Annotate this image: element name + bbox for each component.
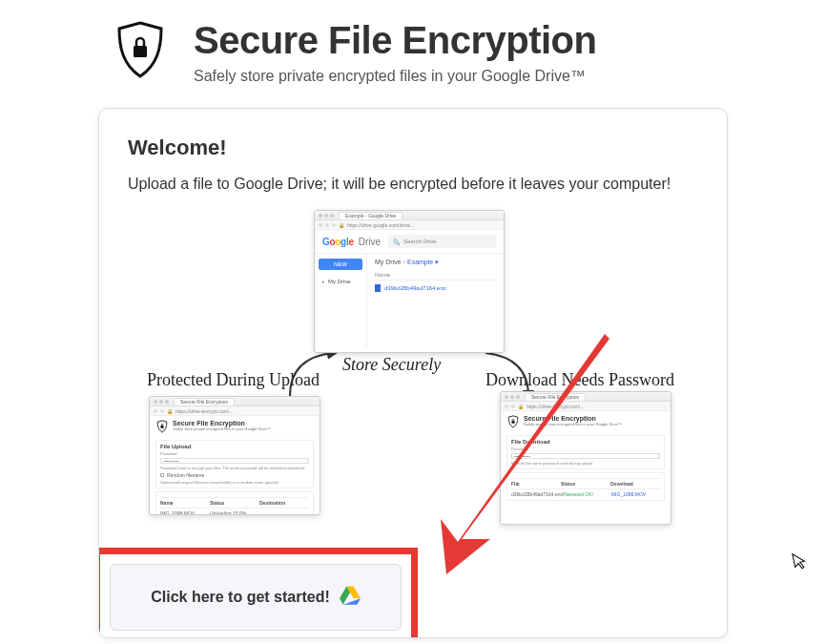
file-icon bbox=[375, 284, 381, 292]
label-store-securely: Store Securely bbox=[342, 355, 441, 375]
drive-url: https://drive.google.com/drive/... bbox=[347, 222, 415, 228]
drive-column-name: Name bbox=[375, 270, 496, 280]
page-header: Secure File Encryption Safely store priv… bbox=[0, 0, 826, 85]
cta-label: Click here to get started! bbox=[151, 589, 330, 606]
password-field: •••••••••••• bbox=[160, 458, 309, 464]
drive-tab-title: Example - Google Drive bbox=[339, 212, 403, 219]
welcome-card: Welcome! Upload a file to Google Drive; … bbox=[98, 108, 728, 638]
drive-product-name: Drive bbox=[359, 237, 381, 247]
svg-rect-0 bbox=[134, 46, 147, 57]
lock-icon: 🔒 bbox=[518, 404, 524, 409]
google-logo: Google bbox=[322, 237, 354, 247]
drive-breadcrumb: My Drive›Example▾ bbox=[375, 259, 496, 266]
screenshot-upload-page: Secure File Encryption 🔒https://drive-en… bbox=[149, 396, 320, 515]
cta-highlight-box: Click here to get started! bbox=[98, 548, 418, 638]
screenshot-google-drive: Example - Google Drive 🔒https://drive.go… bbox=[314, 210, 505, 353]
drive-sidebar-mydrive: My Drive bbox=[319, 276, 362, 287]
page-subtitle: Safely store private encrypted files in … bbox=[194, 68, 596, 85]
search-icon: 🔍 bbox=[393, 239, 400, 245]
svg-rect-2 bbox=[511, 421, 514, 424]
screenshot-download-page: Secure File Encryption 🔒https://drive-en… bbox=[500, 391, 671, 525]
drive-search-box: 🔍Search Drive bbox=[388, 235, 496, 248]
label-protected-upload: Protected During Upload bbox=[147, 370, 320, 390]
page-title: Secure File Encryption bbox=[194, 19, 596, 62]
welcome-heading: Welcome! bbox=[128, 135, 698, 160]
shield-lock-icon bbox=[110, 19, 171, 84]
checkbox-icon bbox=[160, 473, 164, 477]
shield-lock-icon bbox=[506, 415, 520, 428]
lock-icon: 🔒 bbox=[339, 222, 344, 228]
explainer-diagram: Store Securely Protected During Upload D… bbox=[128, 210, 698, 553]
label-download-password: Download Needs Password bbox=[485, 370, 674, 390]
mouse-cursor-icon bbox=[792, 551, 812, 577]
drive-file-row: d39bd28b49ad7164.enc bbox=[375, 280, 496, 296]
password-field: •••••••••••• bbox=[511, 453, 660, 459]
svg-rect-1 bbox=[160, 426, 163, 428]
get-started-button[interactable]: Click here to get started! bbox=[110, 564, 402, 631]
welcome-description: Upload a file to Google Drive; it will b… bbox=[128, 176, 698, 193]
shield-lock-icon bbox=[155, 420, 169, 433]
drive-new-button: NEW bbox=[319, 259, 362, 270]
lock-icon: 🔒 bbox=[167, 408, 173, 414]
google-drive-icon bbox=[340, 586, 361, 609]
